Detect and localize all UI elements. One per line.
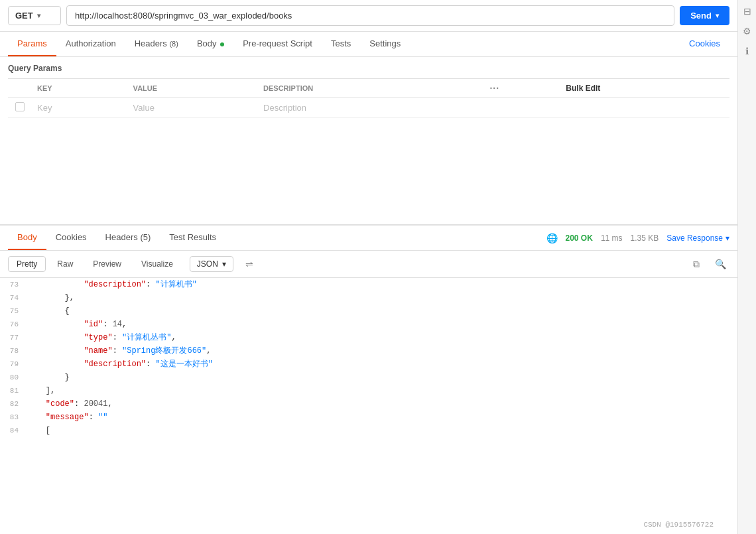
status-size: 1.35 KB: [631, 234, 659, 243]
tab-pre-request[interactable]: Pre-request Script: [233, 32, 322, 56]
params-table: KEY VALUE DESCRIPTION ··· Bulk Edit Key …: [8, 78, 729, 118]
value-cell[interactable]: Value: [128, 98, 258, 118]
code-line-84: 84 [: [0, 424, 737, 437]
code-line-82: 82 "code": 20041,: [0, 397, 737, 411]
response-tab-headers[interactable]: Headers (5): [96, 226, 160, 250]
code-line-75: 75 {: [0, 304, 737, 318]
code-line-80: 80 }: [0, 371, 737, 384]
format-type-select[interactable]: JSON ▾: [190, 256, 233, 272]
code-line-78: 78 "name": "Spring终极开发666",: [0, 344, 737, 358]
tab-body[interactable]: Body: [188, 32, 233, 56]
save-response-button[interactable]: Save Response ▾: [666, 234, 729, 243]
code-line-74: 74 },: [0, 291, 737, 304]
tab-headers[interactable]: Headers (8): [125, 32, 188, 56]
tab-tests[interactable]: Tests: [322, 32, 360, 56]
params-check-col: [8, 79, 32, 98]
request-tabs-bar: Params Authorization Headers (8) Body Pr…: [0, 32, 737, 57]
response-tab-body[interactable]: Body: [8, 226, 46, 250]
value-col-header: VALUE: [128, 79, 258, 98]
body-dot: [220, 42, 224, 46]
code-viewer[interactable]: 73 "description": "计算机书" 74 }, 75 { 76 "…: [0, 278, 737, 534]
format-preview-button[interactable]: Preview: [84, 256, 130, 272]
format-bar: Pretty Raw Preview Visualize JSON ▾ ⇌ ⧉ …: [0, 251, 737, 278]
tab-settings[interactable]: Settings: [360, 32, 410, 56]
send-chevron-icon: ▾: [716, 12, 719, 19]
key-cell[interactable]: Key: [32, 98, 128, 118]
sidebar-info-icon[interactable]: ℹ: [741, 45, 753, 57]
query-params-section: Query Params KEY VALUE DESCRIPTION ··· B…: [0, 57, 737, 224]
response-tab-cookies[interactable]: Cookies: [46, 226, 96, 250]
save-chevron-icon: ▾: [725, 234, 729, 243]
right-sidebar: ⊟ ⚙ ℹ: [737, 0, 756, 534]
code-line-76: 76 "id": 14,: [0, 318, 737, 331]
wrap-button[interactable]: ⇌: [241, 256, 257, 272]
send-button[interactable]: Send ▾: [680, 6, 729, 25]
code-line-83: 83 "message": "": [0, 411, 737, 424]
key-col-header: KEY: [32, 79, 128, 98]
code-line-77: 77 "type": "计算机丛书",: [0, 331, 737, 344]
copy-icon[interactable]: ⧉: [687, 255, 706, 273]
search-icon[interactable]: 🔍: [711, 255, 729, 273]
status-time: 11 ms: [601, 234, 623, 243]
format-visualize-button[interactable]: Visualize: [133, 256, 182, 272]
code-line-73: 73 "description": "计算机书": [0, 278, 737, 291]
params-empty-row: Key Value Description: [8, 98, 729, 118]
response-tabs-bar: Body Cookies Headers (5) Test Results 🌐 …: [0, 226, 737, 251]
bulk-edit-col[interactable]: Bulk Edit: [560, 79, 729, 98]
code-line-79: 79 "description": "这是一本好书": [0, 358, 737, 371]
response-tab-test-results[interactable]: Test Results: [160, 226, 225, 250]
globe-icon: 🌐: [546, 233, 558, 243]
response-status: 🌐 200 OK 11 ms 1.35 KB Save Response ▾: [546, 233, 729, 243]
desc-col-header: DESCRIPTION: [258, 79, 484, 98]
code-line-81: 81 ],: [0, 384, 737, 397]
headers-badge: (8): [169, 40, 178, 48]
watermark: CSDN @1915576722: [643, 521, 714, 529]
desc-cell[interactable]: Description: [258, 98, 484, 118]
method-label: GET: [15, 11, 33, 21]
status-code: 200 OK: [566, 234, 593, 243]
method-select[interactable]: GET ▾: [8, 6, 61, 25]
method-chevron-icon: ▾: [37, 12, 40, 19]
sidebar-collapse-icon[interactable]: ⊟: [741, 5, 753, 17]
format-chevron-icon: ▾: [222, 259, 226, 269]
row-checkbox[interactable]: [15, 102, 25, 111]
format-pretty-button[interactable]: Pretty: [8, 256, 46, 272]
tab-cookies[interactable]: Cookies: [680, 32, 729, 56]
sidebar-gear-icon[interactable]: ⚙: [741, 25, 753, 37]
format-right-icons: ⧉ 🔍: [687, 255, 729, 273]
tab-params[interactable]: Params: [8, 32, 56, 56]
url-input[interactable]: [66, 5, 674, 26]
tab-authorization[interactable]: Authorization: [56, 32, 125, 56]
send-label: Send: [690, 11, 712, 21]
format-raw-button[interactable]: Raw: [48, 256, 82, 272]
response-section: Body Cookies Headers (5) Test Results 🌐 …: [0, 226, 737, 534]
query-params-title: Query Params: [8, 64, 729, 73]
url-bar: GET ▾ Send ▾: [0, 0, 737, 32]
more-col[interactable]: ···: [484, 79, 560, 98]
